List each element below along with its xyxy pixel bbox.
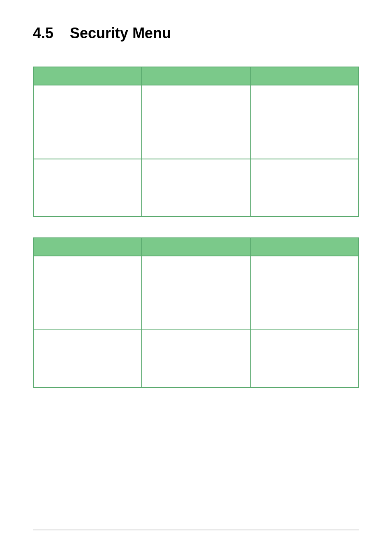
table-row xyxy=(33,330,359,387)
table-1-row-1-col-3 xyxy=(250,85,359,159)
table-1-row-1-col-2 xyxy=(142,85,250,159)
table-1-header-col-2 xyxy=(142,67,250,85)
title-text: Security Menu xyxy=(70,25,171,41)
table-2-row-1-col-1 xyxy=(33,256,142,330)
table-2-row-2-col-3 xyxy=(250,330,359,387)
table-2-row-2-col-2 xyxy=(142,330,250,387)
table-1-container xyxy=(33,67,359,217)
page-title: 4.5 Security Menu xyxy=(33,25,359,42)
table-2-header-col-1 xyxy=(33,238,142,256)
table-1-header-row xyxy=(33,67,359,85)
table-row xyxy=(33,256,359,330)
table-1 xyxy=(33,67,359,217)
table-2-container xyxy=(33,237,359,388)
table-row xyxy=(33,159,359,216)
table-2-row-1-col-2 xyxy=(142,256,250,330)
section-number: 4.5 xyxy=(33,25,53,41)
page-container: 4.5 Security Menu xyxy=(0,0,392,555)
table-row xyxy=(33,85,359,159)
table-1-header-col-3 xyxy=(250,67,359,85)
bottom-rule xyxy=(33,530,359,530)
table-2 xyxy=(33,237,359,388)
table-1-row-2-col-1 xyxy=(33,159,142,216)
table-1-row-2-col-2 xyxy=(142,159,250,216)
table-2-header-row xyxy=(33,238,359,256)
table-2-row-2-col-1 xyxy=(33,330,142,387)
table-2-row-1-col-3 xyxy=(250,256,359,330)
table-2-header-col-3 xyxy=(250,238,359,256)
table-1-row-1-col-1 xyxy=(33,85,142,159)
table-1-header-col-1 xyxy=(33,67,142,85)
table-2-header-col-2 xyxy=(142,238,250,256)
table-1-row-2-col-3 xyxy=(250,159,359,216)
